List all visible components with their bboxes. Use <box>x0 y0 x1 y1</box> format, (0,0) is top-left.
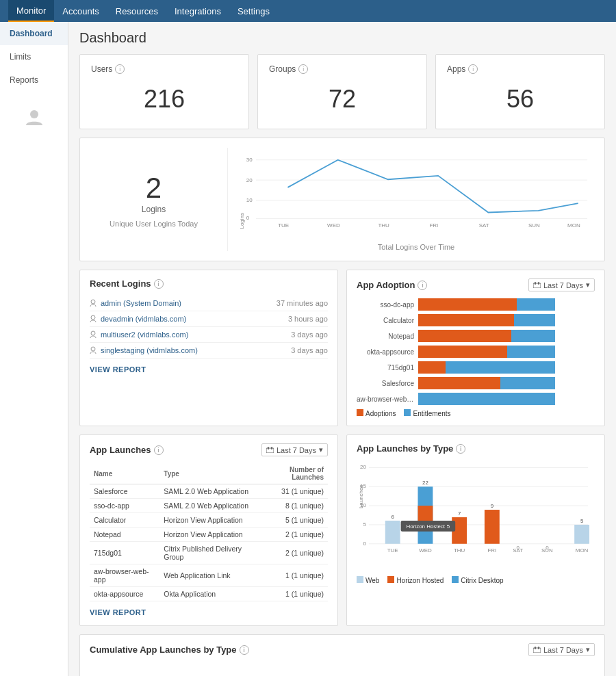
app-adoption-title: App Adoption i <box>357 280 427 290</box>
sidebar-item-dashboard[interactable]: Dashboard <box>0 22 68 45</box>
adoption-bar-track <box>418 330 595 342</box>
bar-orange <box>418 377 500 389</box>
adoption-bar-label: Notepad <box>357 333 418 340</box>
login-row: multiuser2 (vidmlabs.com) 3 days ago <box>90 327 328 343</box>
svg-text:SUN: SUN <box>541 547 553 554</box>
groups-info-icon[interactable]: i <box>298 64 308 74</box>
login-user: admin (System Domain) <box>90 299 181 307</box>
sidebar-item-reports[interactable]: Reports <box>0 68 68 92</box>
svg-text:TUE: TUE <box>387 547 398 554</box>
sidebar-item-limits[interactable]: Limits <box>0 45 68 68</box>
user-icon-small <box>90 315 97 323</box>
apps-info-icon[interactable]: i <box>468 64 478 74</box>
bar-blue <box>418 393 555 405</box>
svg-rect-52 <box>533 648 541 653</box>
adoption-bar-row: aw-browser-web-a... <box>357 393 595 405</box>
table-row: okta-appsource Okta Application 1 (1 uni… <box>90 587 328 601</box>
adoption-bar-label: Calculator <box>357 317 418 324</box>
svg-text:22: 22 <box>422 480 428 486</box>
login-row: devadmin (vidmlabs.com) 3 hours ago <box>90 311 328 327</box>
svg-rect-25 <box>268 447 269 450</box>
col-type: Type <box>159 463 257 484</box>
svg-rect-53 <box>535 647 536 649</box>
svg-point-0 <box>30 110 38 118</box>
svg-text:FRI: FRI <box>487 547 496 554</box>
bar-blue <box>514 314 555 326</box>
groups-label: Groups i <box>269 64 415 74</box>
login-count: 2 <box>146 172 162 205</box>
cumulative-panel: Cumulative App Launches by Type i Last 7… <box>79 634 605 676</box>
users-info-icon[interactable]: i <box>115 64 125 74</box>
svg-text:SUN: SUN <box>528 222 540 229</box>
donut-area: 50 Total 7 Horizon Hosted 14% <box>90 663 595 676</box>
launches-by-type-chart: 20 15 10 5 0 Launches <box>357 460 595 570</box>
app-launches-view-report[interactable]: VIEW REPORT <box>90 608 146 616</box>
svg-text:FRI: FRI <box>429 222 438 229</box>
bar-blue <box>511 330 555 342</box>
app-launches-info-icon[interactable]: i <box>154 445 164 455</box>
svg-point-18 <box>91 315 95 320</box>
table-row: sso-dc-app SAML 2.0 Web Application 8 (1… <box>90 499 328 513</box>
svg-point-19 <box>91 331 95 335</box>
users-label: Users i <box>91 64 238 74</box>
app-launches-table: Name Type Number of Launches Salesforce … <box>90 463 328 601</box>
main-content: Dashboard Users i 216 Groups i 72 Apps <box>68 22 616 676</box>
cumulative-dropdown[interactable]: Last 7 Days ▾ <box>528 643 595 656</box>
users-value: 216 <box>91 74 238 119</box>
nav-resources[interactable]: Resources <box>107 0 166 22</box>
cumulative-info-icon[interactable]: i <box>240 645 249 655</box>
apps-value: 56 <box>447 74 593 119</box>
nav-integrations[interactable]: Integrations <box>166 0 229 22</box>
nav-settings[interactable]: Settings <box>229 0 278 22</box>
nav-accounts[interactable]: Accounts <box>54 0 107 22</box>
adoption-bar-row: sso-dc-app <box>357 298 595 311</box>
svg-text:0: 0 <box>363 541 366 547</box>
table-row: Notepad Horizon View Application 2 (1 un… <box>90 528 328 542</box>
adoption-bar-track <box>418 298 595 311</box>
recent-logins-title: Recent Logins i <box>90 278 164 289</box>
table-row: aw-browser-web-app Web Application Link … <box>90 564 328 587</box>
adoption-bar-label: okta-appsource <box>357 348 418 356</box>
logins-line-chart: 30 20 10 0 Logins <box>239 148 593 237</box>
app-launches-title: App Launches i <box>90 445 164 455</box>
app-adoption-dropdown[interactable]: Last 7 Days ▾ <box>528 278 595 291</box>
login-user: devadmin (vidmlabs.com) <box>90 315 186 323</box>
nav-monitor[interactable]: Monitor <box>8 0 54 22</box>
adoption-bar-row: Calculator <box>357 314 595 326</box>
svg-text:MON: MON <box>567 222 580 229</box>
app-launches-panel: App Launches i Last 7 Days ▾ Name Type <box>79 434 338 626</box>
adoption-bar-row: 715dg01 <box>357 361 595 374</box>
app-launches-by-type-panel: App Launches by Type i 20 15 10 5 0 Laun… <box>346 434 605 626</box>
user-icon <box>22 105 47 130</box>
user-icon-small <box>90 299 97 307</box>
svg-text:THU: THU <box>454 547 465 554</box>
top-nav: Monitor Accounts Resources Integrations … <box>0 0 616 22</box>
login-row: singlestaging (vidmlabs.com) 3 days ago <box>90 343 328 359</box>
calendar-icon <box>533 282 541 288</box>
login-sub-label: Unique User Logins Today <box>110 220 198 228</box>
launches-by-type-info-icon[interactable]: i <box>456 444 465 454</box>
row-launches: App Launches i Last 7 Days ▾ Name Type <box>79 434 605 626</box>
cumulative-header: Cumulative App Launches by Type i Last 7… <box>90 643 595 656</box>
bar-tue-web <box>385 521 400 544</box>
svg-text:20: 20 <box>360 464 366 470</box>
adoption-bar-track <box>418 314 595 326</box>
bar-orange <box>418 346 507 358</box>
stat-cards: Users i 216 Groups i 72 Apps i 56 <box>79 54 605 129</box>
table-row: Salesforce SAML 2.0 Web Application 31 (… <box>90 484 328 499</box>
app-adoption-info-icon[interactable]: i <box>418 281 427 290</box>
bar-orange <box>418 330 511 342</box>
launches-by-type-title: App Launches by Type i <box>357 443 465 454</box>
svg-point-20 <box>91 347 95 351</box>
svg-text:30: 30 <box>246 157 253 163</box>
launches-by-type-header: App Launches by Type i <box>357 443 595 454</box>
recent-logins-info-icon[interactable]: i <box>154 279 164 289</box>
login-user: multiuser2 (vidmlabs.com) <box>90 330 188 339</box>
app-launches-header: App Launches i Last 7 Days ▾ <box>90 443 328 456</box>
svg-text:9: 9 <box>491 503 494 509</box>
login-user: singlestaging (vidmlabs.com) <box>90 346 198 354</box>
user-icon-small <box>90 330 97 339</box>
recent-logins-view-report[interactable]: VIEW REPORT <box>90 365 146 374</box>
app-launches-dropdown[interactable]: Last 7 Days ▾ <box>261 443 328 456</box>
login-chart: 30 20 10 0 Logins <box>228 148 593 251</box>
